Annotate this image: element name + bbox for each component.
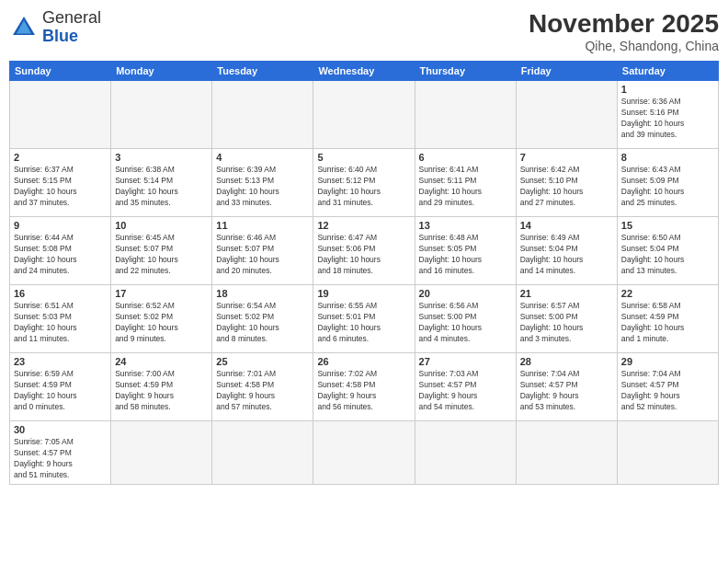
day-23: 23 Sunrise: 6:59 AMSunset: 4:59 PMDaylig… — [10, 353, 111, 421]
table-row: 30 Sunrise: 7:05 AMSunset: 4:57 PMDaylig… — [10, 421, 719, 485]
day-info: Sunrise: 6:58 AMSunset: 4:59 PMDaylight:… — [621, 301, 685, 343]
day-10: 10 Sunrise: 6:45 AMSunset: 5:07 PMDaylig… — [111, 217, 212, 285]
day-14: 14 Sunrise: 6:49 AMSunset: 5:04 PMDaylig… — [516, 217, 617, 285]
day-4: 4 Sunrise: 6:39 AMSunset: 5:13 PMDayligh… — [212, 149, 313, 217]
day-info: Sunrise: 7:02 AMSunset: 4:58 PMDaylight:… — [317, 369, 377, 411]
logo-blue: Blue — [42, 28, 101, 46]
day-16: 16 Sunrise: 6:51 AMSunset: 5:03 PMDaylig… — [10, 285, 111, 353]
day-number: 21 — [520, 288, 613, 299]
day-number: 13 — [419, 220, 512, 231]
day-number: 18 — [216, 288, 309, 299]
day-info: Sunrise: 6:57 AMSunset: 5:00 PMDaylight:… — [520, 301, 584, 343]
header-tuesday: Tuesday — [212, 62, 313, 81]
day-30: 30 Sunrise: 7:05 AMSunset: 4:57 PMDaylig… — [10, 421, 111, 485]
day-17: 17 Sunrise: 6:52 AMSunset: 5:02 PMDaylig… — [111, 285, 212, 353]
day-number: 15 — [621, 220, 714, 231]
day-number: 7 — [520, 152, 613, 163]
table-row: 23 Sunrise: 6:59 AMSunset: 4:59 PMDaylig… — [10, 353, 719, 421]
header-friday: Friday — [516, 62, 617, 81]
empty-cell — [313, 81, 415, 149]
day-info: Sunrise: 7:05 AMSunset: 4:57 PMDaylight:… — [14, 437, 74, 479]
day-number: 30 — [14, 424, 107, 435]
day-27: 27 Sunrise: 7:03 AMSunset: 4:57 PMDaylig… — [415, 353, 516, 421]
table-row: 16 Sunrise: 6:51 AMSunset: 5:03 PMDaylig… — [10, 285, 719, 353]
weekday-header-row: Sunday Monday Tuesday Wednesday Thursday… — [10, 62, 719, 81]
day-1: 1 Sunrise: 6:36 AMSunset: 5:16 PMDayligh… — [617, 81, 718, 149]
day-number: 26 — [317, 356, 410, 367]
day-number: 8 — [621, 152, 714, 163]
day-number: 3 — [115, 152, 208, 163]
day-11: 11 Sunrise: 6:46 AMSunset: 5:07 PMDaylig… — [212, 217, 313, 285]
day-info: Sunrise: 6:54 AMSunset: 5:02 PMDaylight:… — [216, 301, 279, 343]
day-info: Sunrise: 7:03 AMSunset: 4:57 PMDaylight:… — [419, 369, 479, 411]
page: General Blue November 2025 Qihe, Shandon… — [0, 0, 728, 563]
day-info: Sunrise: 7:00 AMSunset: 4:59 PMDaylight:… — [115, 369, 175, 411]
day-number: 23 — [14, 356, 107, 367]
day-26: 26 Sunrise: 7:02 AMSunset: 4:58 PMDaylig… — [313, 353, 415, 421]
month-title: November 2025 — [529, 9, 719, 39]
logo-text: General Blue — [42, 9, 101, 46]
location: Qihe, Shandong, China — [529, 39, 719, 53]
day-info: Sunrise: 6:44 AMSunset: 5:08 PMDaylight:… — [14, 233, 77, 275]
day-6: 6 Sunrise: 6:41 AMSunset: 5:11 PMDayligh… — [415, 149, 516, 217]
header-monday: Monday — [111, 62, 212, 81]
day-3: 3 Sunrise: 6:38 AMSunset: 5:14 PMDayligh… — [111, 149, 212, 217]
empty-cell — [516, 421, 617, 485]
title-area: November 2025 Qihe, Shandong, China — [529, 9, 719, 53]
empty-cell — [617, 421, 718, 485]
empty-cell — [415, 81, 516, 149]
empty-cell — [516, 81, 617, 149]
empty-cell — [212, 421, 313, 485]
day-number: 25 — [216, 356, 309, 367]
table-row: 1 Sunrise: 6:36 AMSunset: 5:16 PMDayligh… — [10, 81, 719, 149]
day-info: Sunrise: 6:43 AMSunset: 5:09 PMDaylight:… — [621, 165, 685, 207]
day-number: 24 — [115, 356, 208, 367]
day-number: 19 — [317, 288, 410, 299]
day-15: 15 Sunrise: 6:50 AMSunset: 5:04 PMDaylig… — [617, 217, 718, 285]
day-number: 20 — [419, 288, 512, 299]
day-number: 4 — [216, 152, 309, 163]
header: General Blue November 2025 Qihe, Shandon… — [9, 9, 719, 53]
day-info: Sunrise: 6:50 AMSunset: 5:04 PMDaylight:… — [621, 233, 685, 275]
day-24: 24 Sunrise: 7:00 AMSunset: 4:59 PMDaylig… — [111, 353, 212, 421]
day-info: Sunrise: 7:04 AMSunset: 4:57 PMDaylight:… — [520, 369, 580, 411]
day-info: Sunrise: 6:55 AMSunset: 5:01 PMDaylight:… — [317, 301, 381, 343]
day-20: 20 Sunrise: 6:56 AMSunset: 5:00 PMDaylig… — [415, 285, 516, 353]
day-2: 2 Sunrise: 6:37 AMSunset: 5:15 PMDayligh… — [10, 149, 111, 217]
day-9: 9 Sunrise: 6:44 AMSunset: 5:08 PMDayligh… — [10, 217, 111, 285]
day-29: 29 Sunrise: 7:04 AMSunset: 4:57 PMDaylig… — [617, 353, 718, 421]
day-info: Sunrise: 6:41 AMSunset: 5:11 PMDaylight:… — [419, 165, 483, 207]
logo-general: General — [42, 9, 101, 28]
header-thursday: Thursday — [415, 62, 516, 81]
empty-cell — [212, 81, 313, 149]
day-number: 22 — [621, 288, 714, 299]
day-info: Sunrise: 6:49 AMSunset: 5:04 PMDaylight:… — [520, 233, 584, 275]
empty-cell — [10, 81, 111, 149]
day-info: Sunrise: 6:59 AMSunset: 4:59 PMDaylight:… — [14, 369, 77, 411]
day-number: 27 — [419, 356, 512, 367]
logo: General Blue — [9, 9, 101, 46]
table-row: 9 Sunrise: 6:44 AMSunset: 5:08 PMDayligh… — [10, 217, 719, 285]
header-sunday: Sunday — [10, 62, 111, 81]
day-13: 13 Sunrise: 6:48 AMSunset: 5:05 PMDaylig… — [415, 217, 516, 285]
header-saturday: Saturday — [617, 62, 718, 81]
day-info: Sunrise: 6:36 AMSunset: 5:16 PMDaylight:… — [621, 97, 685, 139]
day-number: 9 — [14, 220, 107, 231]
day-number: 14 — [520, 220, 613, 231]
day-19: 19 Sunrise: 6:55 AMSunset: 5:01 PMDaylig… — [313, 285, 415, 353]
day-info: Sunrise: 6:37 AMSunset: 5:15 PMDaylight:… — [14, 165, 77, 207]
day-28: 28 Sunrise: 7:04 AMSunset: 4:57 PMDaylig… — [516, 353, 617, 421]
empty-cell — [111, 81, 212, 149]
day-info: Sunrise: 6:48 AMSunset: 5:05 PMDaylight:… — [419, 233, 483, 275]
day-18: 18 Sunrise: 6:54 AMSunset: 5:02 PMDaylig… — [212, 285, 313, 353]
day-info: Sunrise: 7:04 AMSunset: 4:57 PMDaylight:… — [621, 369, 681, 411]
day-number: 29 — [621, 356, 714, 367]
day-21: 21 Sunrise: 6:57 AMSunset: 5:00 PMDaylig… — [516, 285, 617, 353]
day-number: 17 — [115, 288, 208, 299]
day-info: Sunrise: 6:56 AMSunset: 5:00 PMDaylight:… — [419, 301, 483, 343]
day-number: 6 — [419, 152, 512, 163]
day-info: Sunrise: 6:46 AMSunset: 5:07 PMDaylight:… — [216, 233, 279, 275]
day-number: 28 — [520, 356, 613, 367]
empty-cell — [111, 421, 212, 485]
day-12: 12 Sunrise: 6:47 AMSunset: 5:06 PMDaylig… — [313, 217, 415, 285]
